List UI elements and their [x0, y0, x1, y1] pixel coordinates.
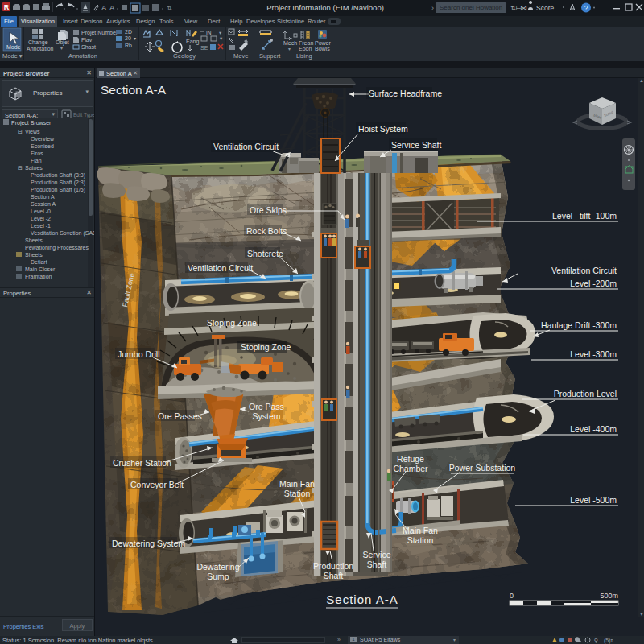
svg-text:⚲: ⚲: [594, 638, 598, 643]
svg-text:20: 20: [125, 35, 131, 41]
svg-text:Satoes: Satoes: [25, 165, 43, 171]
svg-text:Ventilation Circuit: Ventilation Circuit: [188, 263, 253, 273]
svg-text:Mode ▾: Mode ▾: [2, 52, 23, 60]
svg-text:Objet: Objet: [56, 39, 69, 46]
svg-text:Sump: Sump: [207, 572, 229, 581]
svg-text:Eoon: Eoon: [299, 46, 312, 52]
svg-text:Chamber: Chamber: [393, 464, 428, 473]
svg-text:Shotcrete: Shotcrete: [247, 249, 283, 258]
svg-text:?: ?: [584, 4, 588, 12]
svg-text:2D: 2D: [125, 29, 132, 35]
svg-text:Power Substation: Power Substation: [449, 463, 515, 473]
svg-text:Stoping Zone: Stoping Zone: [241, 342, 291, 352]
svg-text:Production Shaft (2:3): Production Shaft (2:3): [31, 180, 85, 186]
svg-text:Ore Pass: Ore Pass: [249, 402, 284, 411]
svg-text:Flav: Flav: [81, 37, 93, 43]
svg-text:Bowls: Bowls: [315, 46, 330, 52]
svg-text:Section A: Section A: [31, 194, 55, 200]
svg-text:Surface Headframe: Surface Headframe: [369, 89, 442, 98]
svg-text:Sheets: Sheets: [25, 237, 43, 243]
svg-text:Shaft: Shaft: [367, 559, 387, 569]
svg-text:Conveyor Belt: Conveyor Belt: [130, 480, 184, 489]
svg-text:Shast: Shast: [81, 44, 96, 50]
svg-text:IN: IN: [206, 30, 212, 35]
svg-text:Dewatering: Dewatering: [196, 562, 239, 572]
svg-text:Production Shaft (1/5): Production Shaft (1/5): [31, 187, 85, 193]
svg-text:▾: ▾: [60, 46, 63, 51]
svg-text:Annotation: Annotation: [68, 52, 97, 60]
svg-text:Haulage Drift -300m: Haulage Drift -300m: [541, 320, 617, 330]
svg-text:Section A-A: Section A-A: [101, 83, 167, 97]
svg-text:⊟: ⊟: [18, 129, 23, 134]
svg-text:Framtation: Framtation: [25, 274, 52, 279]
svg-text:Rb: Rb: [125, 43, 132, 48]
svg-text:Production: Production: [313, 561, 353, 571]
svg-text:Hoist System: Hoist System: [358, 124, 408, 134]
svg-text:Dewatering System: Dewatering System: [112, 539, 185, 548]
svg-text:System: System: [252, 411, 280, 421]
svg-text:A: A: [101, 3, 107, 12]
svg-text:Service: Service: [362, 550, 390, 559]
svg-text:Station: Station: [407, 535, 434, 545]
svg-text:0: 0: [510, 592, 514, 600]
svg-text:Level –tilft -100m: Level –tilft -100m: [552, 211, 617, 221]
svg-text:Level -0: Level -0: [31, 208, 51, 214]
svg-text:Vesditation Sovetion (SA8P: Vesditation Sovetion (SA8P: [31, 230, 95, 237]
svg-text:Suppert: Suppert: [259, 52, 281, 60]
svg-text:Score: Score: [536, 4, 554, 12]
svg-text:Change: Change: [28, 39, 48, 46]
svg-text:Fian: Fian: [31, 158, 42, 163]
svg-text:Geology: Geology: [173, 52, 196, 60]
svg-text:(5)τ: (5)τ: [604, 638, 613, 644]
svg-text:Mech: Mech: [283, 40, 297, 46]
svg-text:▾: ▾: [219, 30, 222, 35]
svg-text:Main Closer: Main Closer: [25, 266, 56, 272]
svg-text:Ore Skips: Ore Skips: [250, 205, 287, 215]
svg-text:⇅: ⇅: [167, 5, 172, 12]
svg-text:Eang: Eang: [186, 39, 199, 45]
svg-text:Section A-A: Section A-A: [326, 592, 398, 606]
svg-text:Sheets: Sheets: [25, 252, 43, 258]
svg-text:R: R: [4, 3, 10, 11]
svg-text:Meve: Meve: [233, 52, 248, 60]
svg-text:Views: Views: [25, 129, 40, 134]
svg-text:Sloping Zone: Sloping Zone: [207, 318, 257, 328]
svg-text:Level -2: Level -2: [31, 216, 51, 221]
svg-text:Level -300m: Level -300m: [570, 349, 617, 359]
svg-text:Projet Number: Projet Number: [81, 30, 118, 36]
svg-text:Firos: Firos: [31, 151, 43, 156]
svg-text:Session A: Session A: [31, 201, 56, 207]
svg-text:Jumbo Drill: Jumbo Drill: [118, 349, 160, 359]
svg-text:Shaft: Shaft: [324, 571, 344, 580]
svg-text:SE: SE: [200, 45, 208, 51]
svg-text:›: ›: [431, 4, 434, 12]
svg-text:Project Browser: Project Browser: [11, 120, 52, 126]
svg-text:Econised: Econised: [31, 143, 54, 149]
svg-text:Refuge: Refuge: [397, 454, 424, 464]
svg-text:Annotation: Annotation: [27, 46, 54, 52]
svg-text:Power: Power: [315, 40, 332, 46]
svg-text:500m: 500m: [600, 592, 618, 600]
svg-text:Main Fan: Main Fan: [402, 526, 438, 535]
svg-text:Lising: Lising: [296, 52, 312, 60]
svg-text:Crusher Station: Crusher Station: [113, 458, 171, 468]
svg-text:Mode: Mode: [6, 44, 21, 50]
svg-text:A: A: [109, 3, 115, 12]
svg-text:Ventilation Circuit: Ventilation Circuit: [551, 266, 617, 275]
svg-text:⋈: ⋈: [520, 4, 527, 12]
svg-text:Overview: Overview: [31, 136, 55, 142]
svg-text:Ventilation Circuit: Ventilation Circuit: [213, 142, 279, 151]
svg-text:Detiart: Detiart: [31, 259, 47, 265]
svg-text:Station: Station: [284, 489, 311, 498]
svg-text:▾: ▾: [220, 35, 223, 41]
svg-text:Frean: Frean: [299, 40, 313, 46]
svg-text:Search dnei Howation: Search dnei Howation: [440, 4, 502, 11]
svg-text:Ore Passes: Ore Passes: [158, 411, 202, 421]
svg-text:Production Level: Production Level: [554, 389, 617, 398]
svg-text:▾: ▾: [288, 47, 291, 52]
svg-text:▾: ▾: [134, 36, 136, 41]
svg-text:Service Shaft: Service Shaft: [391, 140, 442, 150]
svg-text:Production Shaft (3:3): Production Shaft (3:3): [31, 172, 85, 179]
svg-text:Level -500m: Level -500m: [570, 495, 617, 505]
svg-text:Project Information (EIM /Navi: Project Information (EIM /Naviooo): [266, 3, 384, 12]
